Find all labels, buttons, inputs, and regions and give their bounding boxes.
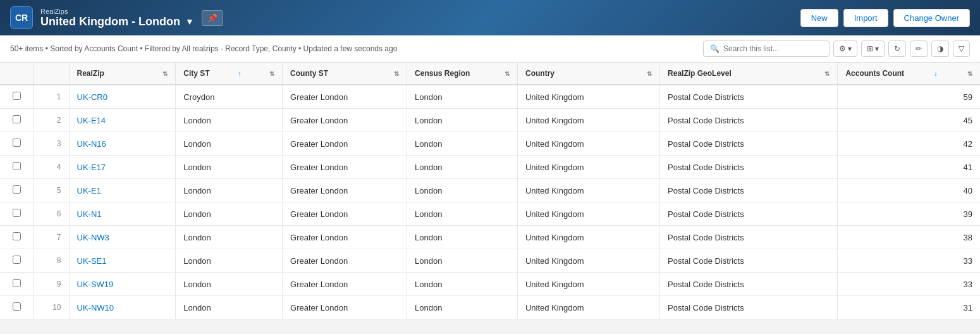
gear-icon: ⚙	[839, 44, 846, 53]
header-accounts[interactable]: Accounts Count ↓ ⇅	[838, 63, 980, 85]
row-accounts: 31	[838, 296, 980, 319]
row-checkbox[interactable]	[13, 115, 21, 123]
app-name: RealZips	[40, 8, 194, 15]
row-geolevel: Postal Code Districts	[660, 132, 838, 156]
realzip-link[interactable]: UK-E17	[77, 163, 106, 172]
realzip-link[interactable]: UK-SW19	[77, 280, 114, 289]
pin-button[interactable]: 📌	[202, 10, 223, 26]
toolbar-right: 🔍 ⚙ ▾ ⊞ ▾ ↻ ✏ ◑ ▽	[703, 40, 970, 57]
row-census: London	[407, 202, 518, 226]
page-title-row: United Kingdom - London ▼	[40, 15, 194, 28]
header-city[interactable]: City ST ↑ ⇅	[176, 63, 283, 85]
filter-button[interactable]: ▽	[953, 40, 970, 57]
row-checkbox-cell	[0, 132, 34, 156]
header-county[interactable]: County ST ⇅	[283, 63, 407, 85]
row-geolevel: Postal Code Districts	[660, 249, 838, 273]
row-census: London	[407, 273, 518, 296]
row-checkbox[interactable]	[13, 185, 21, 194]
chart-button[interactable]: ◑	[931, 40, 949, 57]
realzip-link[interactable]: UK-CR0	[77, 92, 107, 102]
row-county: Greater London	[283, 226, 407, 249]
row-country: United Kingdom	[517, 179, 659, 202]
realzip-link[interactable]: UK-NW10	[77, 303, 114, 312]
settings-dropdown-arrow: ▾	[848, 44, 852, 53]
row-country: United Kingdom	[517, 85, 659, 109]
realzip-link[interactable]: UK-NW3	[77, 233, 109, 242]
row-census: London	[407, 296, 518, 319]
row-checkbox[interactable]	[13, 162, 21, 170]
new-button[interactable]: New	[800, 9, 838, 27]
row-geolevel: Postal Code Districts	[660, 296, 838, 319]
columns-dropdown-arrow: ▾	[875, 44, 879, 53]
row-country: United Kingdom	[517, 249, 659, 273]
row-number: 6	[34, 202, 69, 226]
row-checkbox-cell	[0, 226, 34, 249]
row-checkbox[interactable]	[13, 92, 21, 100]
row-city: London	[176, 249, 283, 273]
row-city: London	[176, 109, 283, 132]
row-census: London	[407, 226, 518, 249]
row-accounts: 45	[838, 109, 980, 132]
row-country: United Kingdom	[517, 109, 659, 132]
table-container: RealZip ⇅ City ST ↑ ⇅ County ST ⇅	[0, 63, 980, 319]
row-checkbox[interactable]	[13, 209, 21, 217]
row-realzip: UK-CR0	[69, 85, 176, 109]
census-sort-icon: ⇅	[505, 70, 510, 77]
row-realzip: UK-E14	[69, 109, 176, 132]
row-county: Greater London	[283, 249, 407, 273]
title-dropdown-arrow[interactable]: ▼	[185, 16, 194, 27]
row-city: London	[176, 132, 283, 156]
header-realzip[interactable]: RealZip ⇅	[69, 63, 176, 85]
edit-button[interactable]: ✏	[910, 40, 928, 57]
row-checkbox[interactable]	[13, 279, 21, 287]
realzip-link[interactable]: UK-E14	[77, 116, 106, 125]
row-city: London	[176, 226, 283, 249]
columns-button[interactable]: ⊞ ▾	[861, 40, 885, 57]
change-owner-button[interactable]: Change Owner	[893, 9, 970, 27]
refresh-icon: ↻	[894, 44, 900, 53]
realzip-link[interactable]: UK-E1	[77, 186, 101, 195]
header-census[interactable]: Census Region ⇅	[407, 63, 518, 85]
table-row: 5 UK-E1 London Greater London London Uni…	[0, 179, 980, 202]
realzip-link[interactable]: UK-N16	[77, 139, 106, 149]
row-city: London	[176, 179, 283, 202]
row-city: London	[176, 156, 283, 179]
import-button[interactable]: Import	[843, 9, 888, 27]
city-sort-icon: ↑	[238, 70, 241, 77]
row-number: 9	[34, 273, 69, 296]
row-geolevel: Postal Code Districts	[660, 202, 838, 226]
row-census: London	[407, 249, 518, 273]
row-checkbox[interactable]	[13, 232, 21, 240]
table-row: 2 UK-E14 London Greater London London Un…	[0, 109, 980, 132]
settings-button[interactable]: ⚙ ▾	[833, 40, 857, 57]
row-city: London	[176, 202, 283, 226]
row-county: Greater London	[283, 202, 407, 226]
row-checkbox-cell	[0, 202, 34, 226]
pencil-icon: ✏	[916, 44, 922, 53]
status-text: 50+ items • Sorted by Accounts Count • F…	[10, 44, 397, 53]
row-number: 2	[34, 109, 69, 132]
row-checkbox-cell	[0, 85, 34, 109]
row-country: United Kingdom	[517, 296, 659, 319]
header-country[interactable]: Country ⇅	[517, 63, 659, 85]
row-county: Greater London	[283, 179, 407, 202]
row-census: London	[407, 85, 518, 109]
row-county: Greater London	[283, 85, 407, 109]
row-checkbox[interactable]	[13, 302, 21, 311]
table-row: 9 UK-SW19 London Greater London London U…	[0, 273, 980, 296]
realzip-link[interactable]: UK-SE1	[77, 256, 107, 266]
row-county: Greater London	[283, 109, 407, 132]
refresh-button[interactable]: ↻	[888, 40, 906, 57]
row-checkbox[interactable]	[13, 139, 21, 147]
realzip-link[interactable]: UK-N1	[77, 209, 102, 219]
row-census: London	[407, 179, 518, 202]
app-logo: CR	[10, 6, 33, 29]
row-realzip: UK-N16	[69, 132, 176, 156]
row-geolevel: Postal Code Districts	[660, 156, 838, 179]
row-checkbox[interactable]	[13, 256, 21, 264]
search-input[interactable]	[723, 44, 823, 53]
row-geolevel: Postal Code Districts	[660, 226, 838, 249]
table-row: 6 UK-N1 London Greater London London Uni…	[0, 202, 980, 226]
header-geolevel[interactable]: RealZip GeoLevel ⇅	[660, 63, 838, 85]
row-checkbox-cell	[0, 296, 34, 319]
